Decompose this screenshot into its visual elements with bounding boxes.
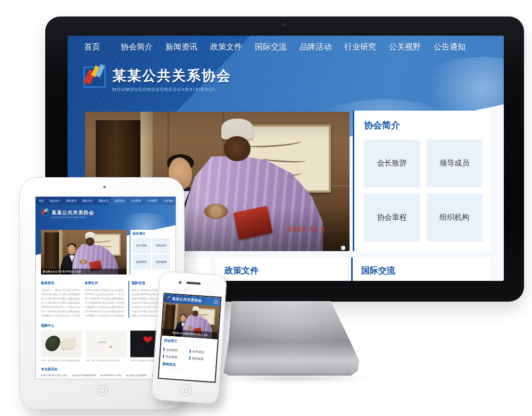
- slider-dot[interactable]: [189, 333, 190, 334]
- nav-item-home[interactable]: 首页: [39, 197, 44, 205]
- gold-shape: [109, 346, 112, 348]
- cards-shape: [62, 338, 77, 348]
- policy-item[interactable]: 2016年中国公共关系行业企业发展意见出台: [85, 288, 124, 292]
- slider-dot[interactable]: [43, 272, 44, 273]
- news-item[interactable]: CIPRA组织专家编写二十五周年纪念文集: [41, 305, 80, 309]
- policy-item[interactable]: 中国国际公共关系协会分支机构管理条例: [85, 313, 124, 318]
- site-logo[interactable]: 某某公共关系协会 MOUMOUGONGGONGGUANXIXIEHUI: [84, 66, 231, 92]
- about-link-chairman[interactable]: 会长致辞: [364, 139, 420, 187]
- nav-item-policy[interactable]: 政策文件: [204, 40, 248, 53]
- logo-icon: [167, 296, 171, 301]
- phone-speaker-icon: [186, 281, 201, 285]
- nav-item-brand[interactable]: 品牌活动: [293, 40, 338, 53]
- slider-dot[interactable]: [192, 334, 193, 335]
- about-link-charter[interactable]: 协会章程: [364, 194, 420, 242]
- video-thumb-2[interactable]: j'aime 2021一带一路年度报告发布云分享会: [86, 331, 127, 362]
- slider-dot-active[interactable]: [187, 333, 188, 334]
- video-thumb-1[interactable]: 2021一带一路年度公共关系案例征集活动: [41, 331, 82, 362]
- about-section-row[interactable]: 协会简介 ›: [164, 338, 215, 348]
- policy-item[interactable]: 第十五届中国公共关系行业最佳案例大赛通知: [85, 296, 124, 301]
- site-logo[interactable]: 某某公共关系协会 MOUMOUGONGGONGGUANXIXIEHUI: [41, 209, 94, 218]
- menu-label: 会长致辞: [166, 347, 178, 352]
- nav-item-intl[interactable]: 国际交流: [98, 197, 109, 205]
- committee-item[interactable]: ◆新时代中国国际传播能力建设研讨会: [72, 374, 96, 377]
- slider-dot[interactable]: [194, 334, 195, 335]
- phone-body: 协会简介 › 会长致辞 领导成员 协会章程 组织机构 新闻资讯 ›: [160, 338, 218, 371]
- hero-slider-photo[interactable]: 李道豫会长会见马里共和国友人合影: [41, 230, 127, 274]
- news-item[interactable]: 第十八届中国公共关系行业最佳案例大赛颁奖: [41, 296, 80, 301]
- nav-item-news[interactable]: 新闻资讯: [159, 40, 204, 53]
- about-link-leaders[interactable]: 领导成员: [427, 139, 483, 187]
- news-item[interactable]: 第十八届中国公共关系行业最佳案例大赛启动: [41, 301, 80, 305]
- news-item[interactable]: 2020年度中国公共关系行业调查报告发布: [41, 292, 80, 296]
- about-link-org[interactable]: 组织机构: [427, 194, 483, 242]
- policy-item[interactable]: 第七届中国大学生公共关系策划大赛章程: [85, 309, 124, 313]
- about-link-charter[interactable]: 协会章程: [132, 255, 151, 270]
- video-thumb-image: j'aime: [86, 331, 127, 357]
- chevron-right-icon: ›: [212, 366, 213, 369]
- bullet-icon: ◆: [126, 375, 128, 377]
- tablet-main-row: 李道豫会长会见马里共和国友人合影 协会简介: [41, 230, 171, 274]
- nav-item-about[interactable]: 协会简介: [114, 40, 159, 53]
- about-link-leaders[interactable]: 领导成员: [189, 348, 214, 356]
- video-caption: 2021一带一路年度报告发布云分享会: [86, 359, 127, 362]
- policy-list: 2016年中国公共关系行业企业发展意见出台 CIPRA学习公告及行业规范——第三…: [85, 288, 124, 318]
- hamburger-menu-icon[interactable]: [214, 300, 218, 304]
- committee-item-label: 全球公共关系高峰论坛在京举行: [128, 374, 147, 377]
- monitor-stand: [223, 301, 359, 376]
- committee-item-label: CIPRA学术工作委员会年度会议: [103, 374, 121, 377]
- tablet-home-button: [97, 385, 109, 396]
- news-item[interactable]: 中国国际公共关系协会成立二十五周年庆典举行: [41, 313, 80, 318]
- about-link-org[interactable]: 组织机构: [189, 355, 213, 363]
- tablet-columns: 新闻资讯 不忘初心——聚焦公共关系行业助力企业成长 2020年度中国公共关系行业…: [41, 281, 171, 318]
- tablet-header: 某某公共关系协会 MOUMOUGONGGONGGUANXIXIEHUI: [36, 205, 176, 227]
- logo-icon: [41, 209, 48, 216]
- committee-item[interactable]: ◆第七届中国大学生公共关系策划创意大赛: [41, 374, 68, 377]
- menu-label: 组织机构: [192, 356, 204, 361]
- committee-item[interactable]: ◆全球公共关系高峰论坛在京举行: [126, 374, 147, 377]
- nav-item-research[interactable]: 行业研究: [338, 40, 383, 53]
- about-link-leaders[interactable]: 领导成员: [152, 238, 170, 253]
- nav-item-research[interactable]: 行业研究: [131, 197, 141, 205]
- nav-item-notice[interactable]: 公告通知: [427, 40, 472, 53]
- menu-label: 协会章程: [165, 354, 177, 359]
- home-button-square-icon: [184, 388, 188, 393]
- chevron-right-icon: ›: [213, 342, 215, 345]
- about-heading: 协会简介: [364, 119, 483, 131]
- nav-item-home[interactable]: 首页: [70, 40, 114, 53]
- slider-dot[interactable]: [185, 333, 186, 334]
- nav-item-policy[interactable]: 政策文件: [82, 197, 93, 205]
- phone-home-button: [179, 384, 193, 397]
- nav-item-notice[interactable]: 公告通知: [163, 197, 173, 205]
- about-heading: 协会简介: [132, 231, 170, 236]
- nav-item-about[interactable]: 协会简介: [50, 197, 60, 205]
- heart-icon: ❤: [143, 333, 153, 347]
- nav-item-intl[interactable]: 国际交流: [248, 40, 293, 53]
- video-thumbnails: 2021一带一路年度公共关系案例征集活动 j'aime 2021一带一路年度报告…: [41, 331, 171, 362]
- photo-date-stamp: 2009 11 6: [288, 226, 326, 233]
- blue-bar-icon: [163, 348, 164, 351]
- nav-item-vision[interactable]: 公关视野: [383, 40, 427, 53]
- committee-item[interactable]: ◆CIPRA学术工作委员会年度会议: [101, 374, 121, 377]
- webcam-icon: [283, 23, 286, 26]
- about-link-org[interactable]: 组织机构: [152, 255, 170, 270]
- policy-item[interactable]: 关于开展2016年度行业调查工作的通知: [85, 301, 124, 305]
- nav-item-news[interactable]: 新闻资讯: [66, 197, 76, 205]
- policy-item[interactable]: 中国国际公共关系协会会员管理办法印发: [85, 305, 124, 309]
- committee-item-label: 新时代中国国际传播能力建设研讨会: [74, 374, 96, 377]
- news-item[interactable]: 不忘初心——聚焦公共关系行业助力企业成长: [41, 288, 80, 292]
- committee-heading: 专业委员会: [41, 367, 171, 372]
- policy-column: 政策文件 2016年中国公共关系行业企业发展意见出台 CIPRA学习公告及行业规…: [85, 281, 124, 318]
- news-section-row[interactable]: 新闻资讯 ›: [162, 362, 213, 371]
- about-link-chairman[interactable]: 会长致辞: [163, 346, 188, 354]
- news-item[interactable]: 第十八届中国公共关系行业最佳案例大奖揭晓: [41, 309, 80, 313]
- phone-slider[interactable]: 李道豫会长会见马里共和国友人合影: [162, 303, 220, 339]
- art-stroke: [93, 238, 111, 243]
- nav-item-vision[interactable]: 公关视野: [147, 197, 157, 205]
- about-link-charter[interactable]: 协会章程: [163, 353, 187, 361]
- committee-section: 专业委员会 ◆第七届中国大学生公共关系策划创意大赛 ◆新时代中国国际传播能力建设…: [41, 367, 171, 377]
- about-link-chairman[interactable]: 会长致辞: [132, 238, 151, 253]
- policy-item[interactable]: CIPRA学习公告及行业规范——第三版: [85, 292, 124, 296]
- slider-dot[interactable]: [341, 246, 345, 250]
- nav-item-brand[interactable]: 品牌活动: [115, 197, 125, 205]
